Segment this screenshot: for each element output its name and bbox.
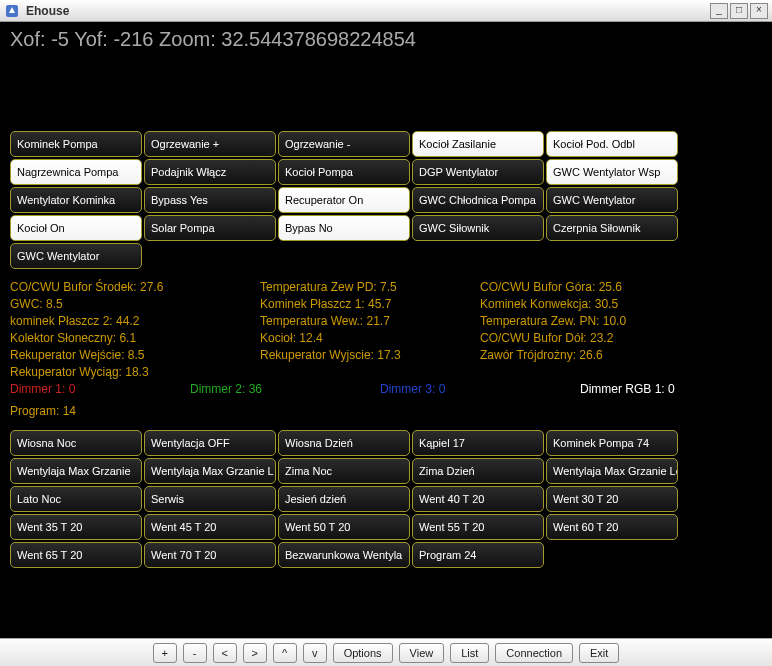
sensor-value: Temperatura Wew.: 21.7 [260,313,480,330]
program-button[interactable]: Kąpiel 17 [412,430,544,456]
zoom-out-button[interactable]: - [183,643,207,663]
sensor-value: CO/CWU Bufor Góra: 25.6 [480,279,710,296]
control-button[interactable]: Nagrzewnica Pompa [10,159,142,185]
control-button[interactable]: Bypass Yes [144,187,276,213]
sensor-column-3: CO/CWU Bufor Góra: 25.6Kominek Konwekcja… [480,279,710,381]
sensor-value: kominek Płaszcz 2: 44.2 [10,313,260,330]
program-button[interactable]: Wentylacja OFF [144,430,276,456]
program-button[interactable]: Went 65 T 20 [10,542,142,568]
program-button[interactable]: Jesień dzień [278,486,410,512]
control-button[interactable]: GWC Wentylator Wsp [546,159,678,185]
dimmer-row: Dimmer 1: 0 Dimmer 2: 36 Dimmer 3: 0 Dim… [10,382,762,396]
pan-down-button[interactable]: v [303,643,327,663]
program-button[interactable]: Went 50 T 20 [278,514,410,540]
window-controls: _ □ × [710,3,768,19]
control-grid-top: Kominek PompaOgrzewanie +Ogrzewanie -Koc… [10,131,762,269]
program-button[interactable]: Went 35 T 20 [10,514,142,540]
program-button[interactable]: Wiosna Noc [10,430,142,456]
program-button[interactable]: Wentylaja Max Grzanie Level 2 [546,458,678,484]
control-button[interactable]: Podajnik Włącz [144,159,276,185]
program-button[interactable]: Wentylaja Max Grzanie L [144,458,276,484]
control-button[interactable]: Kominek Pompa [10,131,142,157]
sensor-value: Rekuperator Wejście: 8.5 [10,347,260,364]
program-button[interactable]: Went 40 T 20 [412,486,544,512]
control-button[interactable]: GWC Siłownik [412,215,544,241]
window-title: Ehouse [26,4,710,18]
bottom-toolbar: + - < > ^ v Options View List Connection… [0,638,772,666]
connection-button[interactable]: Connection [495,643,573,663]
sensor-value: Kolektor Słoneczny: 6.1 [10,330,260,347]
program-button[interactable]: Kominek Pompa 74 [546,430,678,456]
program-button[interactable]: Went 55 T 20 [412,514,544,540]
main-content: Xof: -5 Yof: -216 Zoom: 32.5443786982248… [0,22,772,638]
sensor-readouts: CO/CWU Bufor Środek: 27.6GWC: 8.5kominek… [10,279,762,381]
pan-left-button[interactable]: < [213,643,237,663]
zoom-in-button[interactable]: + [153,643,177,663]
sensor-value: Kocioł: 12.4 [260,330,480,347]
program-button[interactable]: Wiosna Dzień [278,430,410,456]
dimmer-2: Dimmer 2: 36 [190,382,380,396]
control-button[interactable]: Kocioł Zasilanie [412,131,544,157]
program-button[interactable]: Went 45 T 20 [144,514,276,540]
control-button[interactable]: GWC Wentylator [10,243,142,269]
sensor-value: Temperatura Zew PD: 7.5 [260,279,480,296]
control-button[interactable]: Czerpnia Siłownik [546,215,678,241]
minimize-button[interactable]: _ [710,3,728,19]
maximize-button[interactable]: □ [730,3,748,19]
sensor-value: Rekuperator Wyciąg: 18.3 [10,364,260,381]
sensor-value: CO/CWU Bufor Środek: 27.6 [10,279,260,296]
control-button[interactable]: Kocioł Pompa [278,159,410,185]
sensor-value: CO/CWU Bufor Dół: 23.2 [480,330,710,347]
pan-right-button[interactable]: > [243,643,267,663]
program-button[interactable]: Bezwarunkowa Wentyla [278,542,410,568]
sensor-column-2: Temperatura Zew PD: 7.5Kominek Płaszcz 1… [260,279,480,381]
program-button[interactable]: Program 24 [412,542,544,568]
sensor-value: Rekuperator Wyjscie: 17.3 [260,347,480,364]
control-button[interactable]: GWC Wentylator [546,187,678,213]
sensor-value: Temperatura Zew. PN: 10.0 [480,313,710,330]
list-button[interactable]: List [450,643,489,663]
control-button[interactable]: Ogrzewanie + [144,131,276,157]
exit-button[interactable]: Exit [579,643,619,663]
dimmer-rgb: Dimmer RGB 1: 0 [580,382,675,396]
pan-up-button[interactable]: ^ [273,643,297,663]
view-button[interactable]: View [399,643,445,663]
program-button[interactable]: Lato Noc [10,486,142,512]
control-button[interactable]: Wentylator Kominka [10,187,142,213]
control-button[interactable]: Recuperator On [278,187,410,213]
coords-readout: Xof: -5 Yof: -216 Zoom: 32.5443786982248… [10,28,762,51]
control-grid-lower: Wiosna NocWentylacja OFFWiosna DzieńKąpi… [10,430,762,568]
control-button[interactable]: Solar Pompa [144,215,276,241]
window-titlebar: Ehouse _ □ × [0,0,772,22]
dimmer-3: Dimmer 3: 0 [380,382,580,396]
program-button[interactable]: Zima Dzień [412,458,544,484]
close-button[interactable]: × [750,3,768,19]
control-button[interactable]: Ogrzewanie - [278,131,410,157]
sensor-value: Zawór Trójdrożny: 26.6 [480,347,710,364]
program-line: Program: 14 [10,404,762,418]
program-button[interactable]: Went 60 T 20 [546,514,678,540]
sensor-value: Kominek Konwekcja: 30.5 [480,296,710,313]
sensor-value: GWC: 8.5 [10,296,260,313]
program-button[interactable]: Serwis [144,486,276,512]
control-button[interactable]: Kocioł Pod. Odbl [546,131,678,157]
control-button[interactable]: GWC Chłodnica Pompa [412,187,544,213]
options-button[interactable]: Options [333,643,393,663]
dimmer-1: Dimmer 1: 0 [10,382,190,396]
program-button[interactable]: Went 70 T 20 [144,542,276,568]
app-icon [4,3,20,19]
sensor-column-1: CO/CWU Bufor Środek: 27.6GWC: 8.5kominek… [10,279,260,381]
control-button[interactable]: Kocioł On [10,215,142,241]
program-button[interactable]: Wentylaja Max Grzanie [10,458,142,484]
control-button[interactable]: Bypas No [278,215,410,241]
sensor-value: Kominek Płaszcz 1: 45.7 [260,296,480,313]
program-button[interactable]: Zima Noc [278,458,410,484]
control-button[interactable]: DGP Wentylator [412,159,544,185]
program-button[interactable]: Went 30 T 20 [546,486,678,512]
